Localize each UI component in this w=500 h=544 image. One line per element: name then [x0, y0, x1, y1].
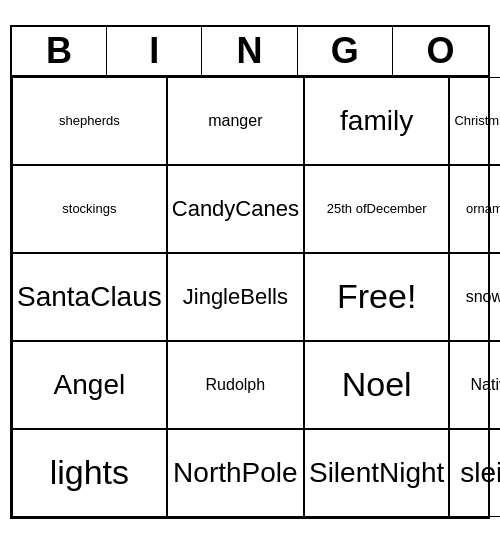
header-letter: I — [107, 27, 202, 75]
cell-text-line: Bells — [240, 284, 288, 310]
cell-r0-c3: ChristmasTree — [449, 77, 500, 165]
cell-r0-c0: shepherds — [12, 77, 167, 165]
header-letter: N — [202, 27, 297, 75]
cell-text-line: Christmas — [454, 113, 500, 129]
cell-text-line: Santa — [17, 280, 90, 314]
cell-r2-c3: snowball — [449, 253, 500, 341]
cell-r2-c2: Free! — [304, 253, 449, 341]
cell-text-line: Candy — [172, 196, 236, 222]
cell-text-line: Claus — [90, 280, 162, 314]
cell-text-line: Jingle — [183, 284, 240, 310]
header-letter: B — [12, 27, 107, 75]
bingo-card: BINGO shepherdsmangerfamilyChristmasTree… — [10, 25, 490, 519]
cell-text-line: North — [173, 456, 241, 490]
cell-r4-c0: lights — [12, 429, 167, 517]
bingo-header: BINGO — [12, 27, 488, 77]
cell-text-line: Canes — [235, 196, 299, 222]
cell-text-line: Silent — [309, 456, 379, 490]
cell-r0-c2: family — [304, 77, 449, 165]
cell-text-line: Night — [379, 456, 444, 490]
cell-r1-c3: ornaments — [449, 165, 500, 253]
header-letter: G — [298, 27, 393, 75]
cell-r1-c1: CandyCanes — [167, 165, 304, 253]
cell-r3-c0: Angel — [12, 341, 167, 429]
cell-r3-c3: Nativity — [449, 341, 500, 429]
cell-r0-c1: manger — [167, 77, 304, 165]
cell-text-line: December — [367, 201, 427, 217]
cell-r4-c1: NorthPole — [167, 429, 304, 517]
cell-r3-c2: Noel — [304, 341, 449, 429]
bingo-grid: shepherdsmangerfamilyChristmasTreeElvess… — [12, 77, 488, 517]
cell-text-line: Pole — [242, 456, 298, 490]
cell-r4-c3: sleigh — [449, 429, 500, 517]
cell-r2-c0: SantaClaus — [12, 253, 167, 341]
header-letter: O — [393, 27, 488, 75]
cell-text-line: 25th of — [327, 201, 367, 217]
cell-r3-c1: Rudolph — [167, 341, 304, 429]
cell-r1-c0: stockings — [12, 165, 167, 253]
cell-r4-c2: SilentNight — [304, 429, 449, 517]
cell-r1-c2: 25th ofDecember — [304, 165, 449, 253]
cell-r2-c1: JingleBells — [167, 253, 304, 341]
